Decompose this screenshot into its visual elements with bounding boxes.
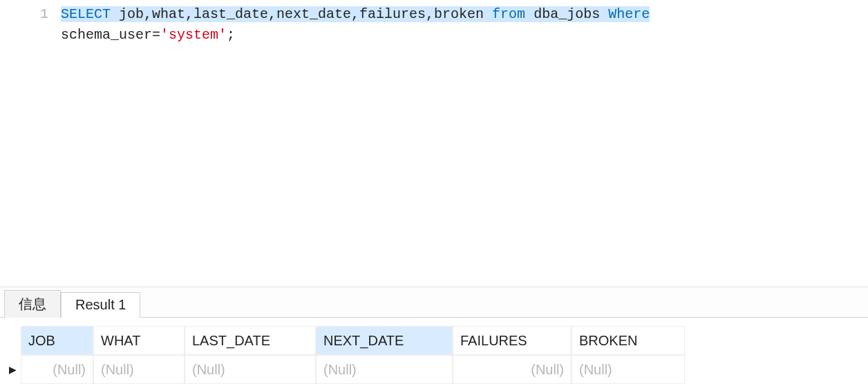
row-selector-header-spacer — [4, 326, 21, 355]
cell-failures[interactable]: (Null) — [453, 355, 572, 384]
col-header-last-date[interactable]: LAST_DATE — [185, 326, 316, 355]
sql-predicate: schema_user= — [61, 27, 160, 43]
cell-last-date[interactable]: (Null) — [185, 355, 316, 384]
string-open: ' — [160, 27, 169, 43]
col-header-broken[interactable]: BROKEN — [572, 326, 685, 355]
cell-broken[interactable]: (Null) — [572, 355, 685, 384]
string-close: ' — [218, 27, 227, 43]
line-number: 1 — [0, 4, 48, 25]
result-tabs: 信息 Result 1 — [0, 287, 868, 318]
col-header-next-date[interactable]: NEXT_DATE — [316, 326, 453, 355]
sql-editor-pane[interactable]: 1 SELECT job,what,last_date,next_date,fa… — [0, 0, 868, 287]
row-handle-current[interactable]: ▶ — [4, 355, 21, 384]
keyword-where: Where — [608, 6, 650, 22]
sql-table: dba_jobs — [525, 6, 608, 22]
string-value: system — [169, 27, 218, 43]
col-header-failures[interactable]: FAILURES — [453, 326, 572, 355]
sql-code[interactable]: SELECT job,what,last_date,next_date,fail… — [61, 4, 868, 287]
results-pane: ▶ JOB WHAT LAST_DATE NEXT_DATE FAILURES … — [0, 318, 868, 384]
results-grid[interactable]: JOB WHAT LAST_DATE NEXT_DATE FAILURES BR… — [21, 326, 685, 384]
cell-what[interactable]: (Null) — [93, 355, 185, 384]
keyword-select: SELECT — [61, 6, 111, 22]
col-header-what[interactable]: WHAT — [93, 326, 185, 355]
keyword-from: from — [492, 6, 525, 22]
row-selector-column: ▶ — [4, 326, 21, 384]
grid-header-row: JOB WHAT LAST_DATE NEXT_DATE FAILURES BR… — [21, 326, 685, 355]
tab-result-1[interactable]: Result 1 — [61, 292, 140, 318]
current-row-arrow-icon: ▶ — [9, 364, 17, 375]
editor-gutter: 1 — [0, 4, 61, 287]
col-header-job[interactable]: JOB — [21, 326, 93, 355]
sql-tail: ; — [227, 27, 235, 43]
tab-info[interactable]: 信息 — [4, 290, 61, 318]
cell-next-date[interactable]: (Null) — [316, 355, 453, 384]
table-row[interactable]: (Null) (Null) (Null) (Null) (Null) (Null… — [21, 355, 685, 384]
sql-columns: job,what,last_date,next_date,failures,br… — [111, 6, 492, 22]
cell-job[interactable]: (Null) — [21, 355, 93, 384]
